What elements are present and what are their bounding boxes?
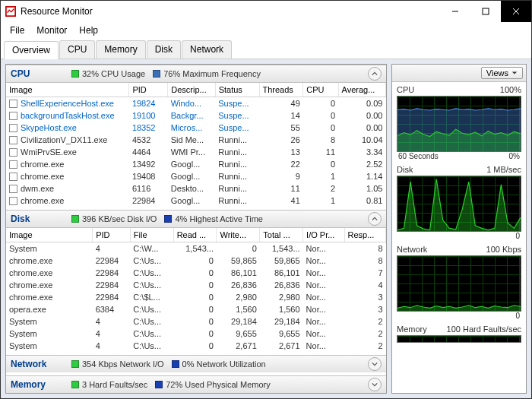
disk-col-header[interactable]: Total ... bbox=[260, 228, 303, 242]
titlebar: Resource Monitor bbox=[1, 1, 531, 22]
table-row[interactable]: backgroundTaskHost.exe19100Backgr...Susp… bbox=[6, 109, 386, 122]
chevron-up-icon[interactable] bbox=[368, 67, 382, 81]
cpu-col-header[interactable]: Averag... bbox=[338, 83, 385, 97]
disk-col-header[interactable]: PID bbox=[93, 228, 131, 242]
memory-panel-header[interactable]: Memory 3 Hard Faults/sec 72% Used Physic… bbox=[6, 375, 386, 393]
table-row[interactable]: ShellExperienceHost.exe19824Windo...Susp… bbox=[6, 97, 386, 110]
graph-memory: Memory100 Hard Faults/sec bbox=[392, 321, 526, 344]
svg-rect-2 bbox=[483, 8, 489, 14]
graph-title: Network bbox=[397, 245, 427, 254]
cpu-col-header[interactable]: Descrip... bbox=[168, 83, 215, 97]
table-row[interactable]: chrome.exe22984C:\Us...059,86559,865Nor.… bbox=[6, 255, 386, 267]
graph-max-label: 100 Hard Faults/sec bbox=[447, 325, 521, 334]
cpu-panel-header[interactable]: CPU 32% CPU Usage 76% Maximum Frequency bbox=[6, 65, 386, 83]
left-pane: CPU 32% CPU Usage 76% Maximum Frequency … bbox=[5, 64, 387, 394]
table-row[interactable]: chrome.exe22984Googl...Runni...4110.81 bbox=[6, 195, 386, 207]
mem-used-label: 72% Used Physical Memory bbox=[166, 380, 271, 389]
disk-col-header[interactable]: Image bbox=[6, 228, 93, 242]
tab-cpu[interactable]: CPU bbox=[59, 40, 95, 59]
cpu-col-header[interactable]: CPU bbox=[303, 83, 338, 97]
menubar: File Monitor Help bbox=[1, 22, 531, 39]
disk-io-icon bbox=[71, 215, 79, 223]
mem-used-icon bbox=[155, 381, 163, 388]
graph-title: Memory bbox=[397, 325, 427, 334]
table-row[interactable]: System4C:\Us...029,18429,184Nor...2 bbox=[6, 315, 386, 328]
tabs: Overview CPU Memory Disk Network bbox=[1, 39, 531, 59]
disk-active-label: 4% Highest Active Time bbox=[175, 214, 263, 223]
mem-faults-icon bbox=[71, 381, 79, 388]
menu-help[interactable]: Help bbox=[73, 24, 104, 37]
table-row[interactable]: WmiPrvSE.exe4464WMI Pr...Runni...13113.3… bbox=[6, 146, 386, 158]
tab-memory[interactable]: Memory bbox=[96, 40, 145, 59]
cpu-col-header[interactable]: PID bbox=[129, 83, 168, 97]
chevron-down-icon[interactable] bbox=[368, 357, 382, 371]
table-row[interactable]: opera.exe6384C:\Us...01,5601,560Nor...3 bbox=[6, 303, 386, 315]
menu-monitor[interactable]: Monitor bbox=[30, 24, 73, 37]
net-util-label: 0% Network Utilization bbox=[182, 359, 266, 369]
graph-max-label: 1 MB/sec bbox=[486, 165, 521, 174]
disk-col-header[interactable]: I/O Pr... bbox=[303, 228, 344, 242]
table-row[interactable]: SkypeHost.exe18352Micros...Suspe...5500.… bbox=[6, 122, 386, 134]
cpu-freq-label: 76% Maximum Frequency bbox=[163, 69, 261, 78]
table-row[interactable]: System4C:\Us...09,6559,655Nor...2 bbox=[6, 328, 386, 340]
menu-file[interactable]: File bbox=[4, 24, 30, 37]
cpu-table[interactable]: ImagePIDDescrip...StatusThreadsCPUAverag… bbox=[6, 83, 386, 207]
graph-cpu: CPU100%60 Seconds0% bbox=[392, 82, 526, 162]
disk-active-icon bbox=[164, 215, 172, 223]
tab-network[interactable]: Network bbox=[182, 40, 232, 59]
disk-col-header[interactable]: Write... bbox=[217, 228, 260, 242]
table-row[interactable]: dwm.exe6116Deskto...Runni...1121.05 bbox=[6, 182, 386, 195]
cpu-usage-label: 32% CPU Usage bbox=[82, 69, 145, 78]
network-panel-header[interactable]: Network 354 Kbps Network I/O 0% Network … bbox=[6, 355, 386, 372]
table-row[interactable]: chrome.exe22984C:\$L...02,9802,980Nor...… bbox=[6, 291, 386, 303]
minimize-button[interactable] bbox=[440, 1, 470, 22]
disk-io-label: 396 KB/sec Disk I/O bbox=[82, 214, 157, 223]
table-row[interactable]: chrome.exe19408Googl...Runni...911.14 bbox=[6, 170, 386, 182]
table-row[interactable]: CivilizationV_DX11.exe4532Sid Me...Runni… bbox=[6, 134, 386, 146]
close-button[interactable] bbox=[501, 1, 531, 22]
net-io-label: 354 Kbps Network I/O bbox=[82, 359, 164, 369]
tab-disk[interactable]: Disk bbox=[147, 40, 181, 59]
chevron-down-icon[interactable] bbox=[368, 378, 382, 391]
table-row[interactable]: chrome.exe13492Googl...Runni...2202.52 bbox=[6, 158, 386, 170]
cpu-usage-icon bbox=[71, 70, 79, 78]
table-row[interactable]: chrome.exe22984C:\Us...086,10186,101Nor.… bbox=[6, 267, 386, 279]
net-io-icon bbox=[71, 360, 79, 368]
table-row[interactable]: System4C:\W...1,543...01,543...Nor...8 bbox=[6, 242, 386, 255]
graph-title: CPU bbox=[397, 85, 414, 94]
cpu-col-header[interactable]: Threads bbox=[259, 83, 303, 97]
disk-col-header[interactable]: Resp... bbox=[344, 228, 385, 242]
mem-faults-label: 3 Hard Faults/sec bbox=[82, 380, 147, 389]
cpu-col-header[interactable]: Image bbox=[6, 83, 129, 97]
table-row[interactable]: System4C:\Us...02,6712,671Nor...2 bbox=[6, 340, 386, 352]
graph-max-label: 100 Kbps bbox=[486, 245, 521, 254]
graph-title: Disk bbox=[397, 165, 413, 174]
right-pane: Views CPU100%60 Seconds0%Disk1 MB/sec0Ne… bbox=[391, 64, 527, 394]
maximize-button[interactable] bbox=[470, 1, 501, 22]
table-row[interactable]: chrome.exe22984C:\Us...026,83626,836Nor.… bbox=[6, 279, 386, 291]
app-icon bbox=[5, 6, 16, 17]
disk-col-header[interactable]: File bbox=[130, 228, 173, 242]
net-util-icon bbox=[172, 360, 179, 368]
cpu-freq-icon bbox=[153, 70, 160, 78]
graph-max-label: 100% bbox=[500, 85, 521, 94]
tab-overview[interactable]: Overview bbox=[4, 41, 59, 59]
cpu-col-header[interactable]: Status bbox=[215, 83, 259, 97]
disk-table[interactable]: ImagePIDFileRead ...Write...Total ...I/O… bbox=[6, 228, 386, 352]
window-title: Resource Monitor bbox=[21, 6, 440, 17]
disk-col-header[interactable]: Read ... bbox=[173, 228, 217, 242]
graph-network: Network100 Kbps0 bbox=[392, 242, 526, 321]
disk-panel-header[interactable]: Disk 396 KB/sec Disk I/O 4% Highest Acti… bbox=[6, 210, 386, 228]
views-button[interactable]: Views bbox=[481, 67, 523, 79]
dropdown-icon bbox=[511, 70, 518, 76]
graph-disk: Disk1 MB/sec0 bbox=[392, 162, 526, 242]
chevron-up-icon[interactable] bbox=[368, 212, 382, 226]
